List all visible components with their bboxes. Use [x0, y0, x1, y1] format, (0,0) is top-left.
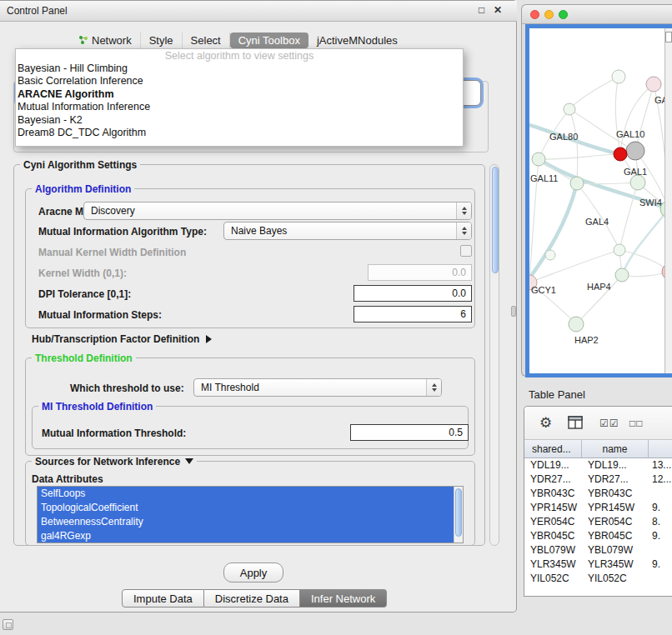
- algorithm-option[interactable]: Basic Correlation Inference: [16, 75, 463, 88]
- table-row[interactable]: YDL19...YDL19...13...: [524, 458, 672, 472]
- which-threshold-label: Which threshold to use:: [70, 382, 184, 394]
- mi-threshold-label: Mutual Information Threshold:: [42, 428, 186, 439]
- network-node[interactable]: [570, 177, 584, 190]
- table-cell: YIL052C: [524, 572, 582, 586]
- float-window-icon[interactable]: □: [479, 4, 484, 16]
- dpi-tolerance-field[interactable]: 0.0: [354, 285, 472, 302]
- network-node[interactable]: [564, 103, 575, 115]
- network-scrollbar-thumb[interactable]: [665, 32, 672, 42]
- network-node[interactable]: [630, 175, 645, 190]
- dpi-tolerance-label: DPI Tolerance [0,1]:: [38, 288, 131, 300]
- zoom-traffic-light-icon[interactable]: [559, 10, 568, 19]
- table-row[interactable]: YLR345WYLR345W9.: [524, 558, 672, 572]
- sources-toggle[interactable]: Sources for Network Inference: [32, 456, 197, 468]
- tab-discretize-data[interactable]: Discretize Data: [204, 589, 300, 608]
- table-cell: YLR345W: [524, 558, 582, 572]
- table-cell: YDR27...: [582, 472, 649, 487]
- select-all-checkboxes-icon[interactable]: ☑☑: [599, 418, 619, 429]
- aracne-mode-combobox[interactable]: Discovery: [83, 202, 472, 220]
- mi-type-combobox[interactable]: Naive Bayes: [223, 222, 472, 240]
- deselect-all-checkboxes-icon[interactable]: □□: [629, 418, 644, 429]
- list-scrollbar[interactable]: [454, 487, 463, 542]
- table-header-row: shared... name: [524, 440, 672, 458]
- tab-label: Cyni Toolbox: [238, 34, 300, 47]
- network-node[interactable]: [532, 152, 545, 166]
- network-scrollbar[interactable]: [664, 28, 672, 373]
- table-cell: YER054C: [582, 515, 649, 529]
- table-row[interactable]: YER054CYER054C8.: [524, 515, 672, 529]
- split-divider-handle[interactable]: [511, 306, 516, 317]
- table-cell: YPR145W: [582, 501, 649, 515]
- tab-label: Select: [191, 34, 221, 47]
- close-icon[interactable]: ✕: [494, 4, 502, 16]
- tab-infer-network[interactable]: Infer Network: [300, 589, 387, 608]
- data-attribute-item[interactable]: TopologicalCoefficient: [38, 501, 463, 515]
- data-attribute-item[interactable]: BetweennessCentrality: [38, 515, 463, 529]
- network-node[interactable]: [615, 268, 629, 282]
- minimize-traffic-light-icon[interactable]: [544, 10, 554, 19]
- apply-button[interactable]: Apply: [223, 562, 283, 582]
- which-threshold-combobox[interactable]: MI Threshold: [193, 378, 442, 397]
- columns-icon[interactable]: [568, 416, 583, 429]
- tab-jactivemnodules[interactable]: jActiveMNodules: [308, 32, 406, 48]
- data-attribute-item[interactable]: gal4RGexp: [38, 529, 463, 543]
- network-edge: [529, 250, 619, 282]
- table-row[interactable]: YDR27...YDR27...12...: [524, 472, 672, 487]
- panel-grip[interactable]: [3, 619, 13, 630]
- data-attributes-list[interactable]: SelfLoopsTopologicalCoefficientBetweenne…: [37, 486, 464, 543]
- control-panel-window: Control Panel □ ✕ Network Style Select C…: [0, 0, 517, 612]
- mi-threshold-field[interactable]: 0.5: [350, 424, 469, 441]
- tab-impute-data[interactable]: Impute Data: [122, 589, 204, 608]
- tab-network[interactable]: Network: [70, 32, 141, 48]
- algorithm-option[interactable]: Mutual Information Inference: [16, 101, 463, 113]
- settings-scrollbar-thumb[interactable]: [492, 167, 499, 273]
- algorithm-option[interactable]: ARACNE Algorithm: [16, 88, 463, 101]
- table-row[interactable]: YIL052CYIL052C: [524, 572, 672, 586]
- table-cell: YPR145W: [524, 501, 582, 515]
- network-node[interactable]: [545, 250, 555, 260]
- network-node[interactable]: [646, 77, 661, 92]
- cyni-algorithm-settings-title: Cyni Algorithm Settings: [20, 159, 140, 171]
- table-row[interactable]: YBR043CYBR043C: [524, 487, 672, 501]
- column-header-shared[interactable]: shared...: [524, 440, 582, 458]
- list-scrollbar-thumb[interactable]: [455, 488, 462, 537]
- settings-scrollbar[interactable]: [489, 164, 499, 546]
- tab-cyni-toolbox[interactable]: Cyni Toolbox: [230, 32, 308, 48]
- kernel-width-field[interactable]: 0.0: [368, 264, 472, 281]
- algorithm-option[interactable]: Bayesian - Hill Climbing: [16, 62, 463, 75]
- tab-style[interactable]: Style: [141, 32, 183, 48]
- table-row[interactable]: YPR145WYPR145W9.: [524, 501, 672, 515]
- table-cell: YBL079W: [582, 543, 649, 558]
- control-panel-titlebar[interactable]: Control Panel □ ✕: [0, 1, 517, 22]
- table-row[interactable]: YBL079WYBL079W: [524, 543, 672, 558]
- collapsed-arrow-icon: [206, 335, 212, 343]
- network-node[interactable]: [626, 142, 644, 160]
- network-node[interactable]: [612, 70, 625, 83]
- table-row[interactable]: YBR045CYBR045C9.: [524, 529, 672, 543]
- data-attribute-item[interactable]: SelfLoops: [38, 487, 463, 501]
- network-node[interactable]: [614, 244, 625, 256]
- network-canvas[interactable]: GALGAL80GAL10GAL11GAL1SWI4GAL4GCY1HAP4HA…: [529, 28, 665, 373]
- data-attributes-items: SelfLoopsTopologicalCoefficientBetweenne…: [38, 487, 463, 543]
- network-edge: [635, 84, 654, 151]
- stepper-icon: [456, 222, 471, 239]
- table-cell: 8.: [649, 515, 672, 529]
- node-label: HAP2: [574, 335, 599, 345]
- algorithm-options-list: Bayesian - Hill ClimbingBasic Correlatio…: [16, 62, 463, 139]
- hub-definition-toggle[interactable]: Hub/Transcription Factor Definition: [32, 333, 212, 345]
- column-header-extra[interactable]: [649, 440, 672, 458]
- gear-icon[interactable]: ⚙: [539, 414, 552, 432]
- algorithm-option[interactable]: Dream8 DC_TDC Algorithm: [16, 127, 463, 139]
- table-cell: [649, 543, 672, 558]
- column-header-name[interactable]: name: [582, 440, 649, 458]
- network-node[interactable]: [614, 148, 627, 161]
- algorithm-option[interactable]: Bayesian - K2: [16, 114, 463, 127]
- table-cell: YIL052C: [582, 572, 649, 586]
- close-traffic-light-icon[interactable]: [530, 10, 539, 19]
- data-attributes-label: Data Attributes: [32, 473, 103, 485]
- network-node[interactable]: [569, 317, 584, 332]
- manual-kernel-checkbox[interactable]: [460, 245, 472, 257]
- tab-select[interactable]: Select: [183, 32, 230, 48]
- mi-steps-field[interactable]: 6: [354, 306, 472, 322]
- network-window-titlebar[interactable]: [522, 5, 672, 24]
